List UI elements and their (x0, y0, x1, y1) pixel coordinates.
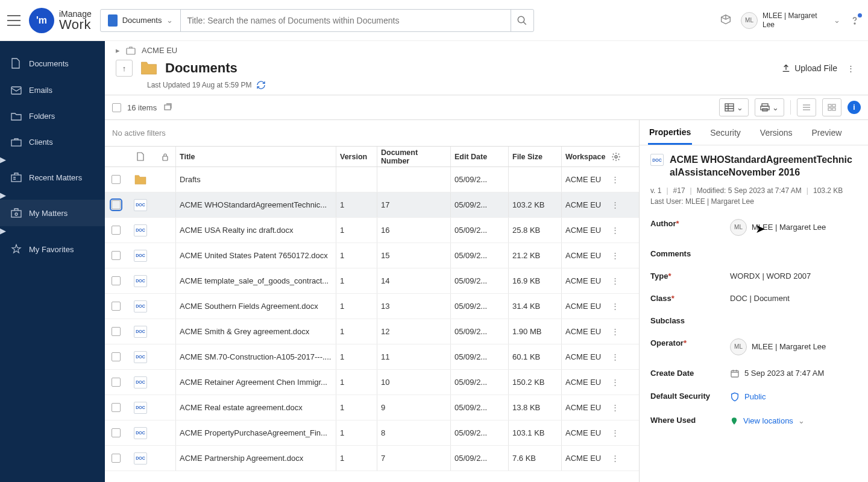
help-icon[interactable] (849, 14, 861, 27)
user-name-label: MLEE | Margaret Lee (763, 11, 829, 29)
user-menu[interactable]: ML MLEE | Margaret Lee ⌄ (741, 11, 840, 29)
menu-toggle-icon[interactable] (7, 15, 20, 26)
chevron-down-icon: ⌄ (166, 16, 173, 25)
brand-logo[interactable]: 'm iManage Work (29, 8, 92, 33)
brand-mark-icon: 'm (29, 8, 54, 33)
search-bar: Documents ⌄ (100, 9, 534, 32)
app-header: 'm iManage Work Documents ⌄ ML MLEE | Ma… (0, 0, 868, 41)
search-scope-label: Documents (122, 16, 162, 25)
user-avatar: ML (741, 12, 758, 29)
search-scope-dropdown[interactable]: Documents ⌄ (101, 10, 181, 31)
search-input[interactable] (181, 16, 510, 25)
apps-icon[interactable] (719, 14, 732, 27)
brand-line2: Work (59, 18, 92, 31)
svg-point-1 (854, 23, 855, 24)
document-icon (108, 14, 118, 27)
search-button[interactable] (511, 9, 533, 32)
svg-point-0 (518, 16, 524, 23)
chevron-down-icon: ⌄ (834, 16, 840, 25)
header-actions: ML MLEE | Margaret Lee ⌄ (719, 11, 861, 29)
